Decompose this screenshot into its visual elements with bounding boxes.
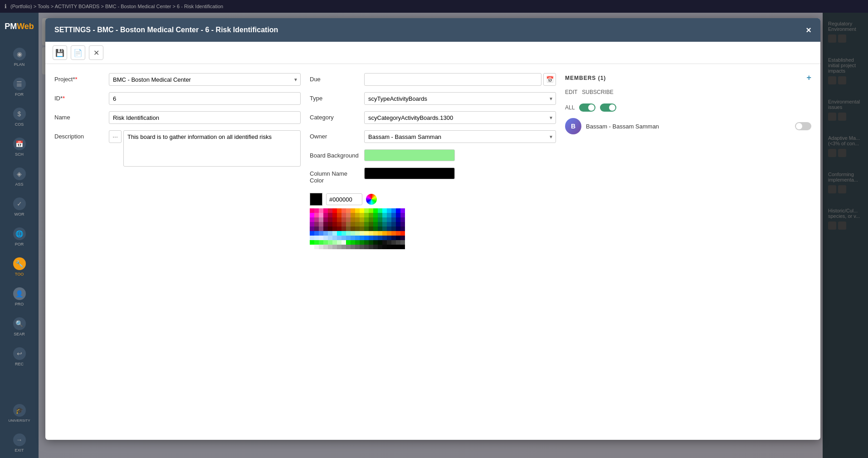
color-cell[interactable] [355,222,360,227]
color-cell[interactable] [351,227,355,231]
color-cell[interactable] [360,231,364,236]
color-cell[interactable] [332,231,337,236]
color-cell[interactable] [369,217,373,222]
color-cell[interactable] [378,217,382,222]
color-cell[interactable] [351,217,355,222]
owner-select[interactable]: Bassam - Bassam Samman [364,130,556,143]
color-cell[interactable] [396,213,400,217]
color-cell[interactable] [369,227,373,231]
color-cell[interactable] [369,231,373,236]
color-cell[interactable] [328,236,332,240]
color-cell[interactable] [328,245,332,249]
color-cell[interactable] [314,245,319,249]
color-cell[interactable] [341,208,346,213]
color-cell[interactable] [396,208,400,213]
color-cell[interactable] [400,240,405,245]
color-cell[interactable] [341,240,346,245]
color-cell[interactable] [337,222,341,227]
color-cell[interactable] [360,245,364,249]
color-cell[interactable] [378,222,382,227]
color-cell[interactable] [360,227,364,231]
color-cell[interactable] [328,222,332,227]
sidebar-item-forms[interactable]: ☰ FOR [0,72,39,102]
description-expand-button[interactable]: ··· [109,130,122,143]
color-cell[interactable] [360,217,364,222]
color-cell[interactable] [323,231,328,236]
color-cell[interactable] [391,213,396,217]
color-cell[interactable] [346,217,351,222]
color-cell[interactable] [319,236,323,240]
close-button[interactable]: × [806,25,811,34]
color-cell[interactable] [323,222,328,227]
color-cell[interactable] [396,217,400,222]
color-cell[interactable] [351,240,355,245]
color-cell[interactable] [400,208,405,213]
color-cell[interactable] [355,208,360,213]
sidebar-item-plan[interactable]: ◉ PLAN [0,42,39,72]
sidebar-item-work[interactable]: ✓ WOR [0,192,39,222]
color-cell[interactable] [378,245,382,249]
color-cell[interactable] [314,231,319,236]
project-select[interactable]: BMC - Boston Medical Center [109,73,301,86]
color-cell[interactable] [382,236,387,240]
color-cell[interactable] [373,213,378,217]
color-cell[interactable] [400,217,405,222]
color-cell[interactable] [314,240,319,245]
color-cell[interactable] [378,213,382,217]
color-cell[interactable] [310,222,314,227]
export-button[interactable]: 📄 [71,45,85,60]
color-cell[interactable] [328,231,332,236]
color-cell[interactable] [387,236,391,240]
color-cell[interactable] [355,231,360,236]
color-cell[interactable] [396,245,400,249]
color-cell[interactable] [396,231,400,236]
color-cell[interactable] [382,222,387,227]
color-cell[interactable] [364,208,369,213]
color-cell[interactable] [346,208,351,213]
color-cell[interactable] [323,240,328,245]
color-cell[interactable] [400,222,405,227]
color-cell[interactable] [337,217,341,222]
color-cell[interactable] [319,208,323,213]
color-cell[interactable] [364,213,369,217]
sidebar-item-tools[interactable]: 🔧 TOO [0,252,39,282]
color-cell[interactable] [337,208,341,213]
color-cell[interactable] [355,217,360,222]
column-name-color-preview[interactable] [364,167,455,179]
type-select[interactable]: scyTypeActivityBoards [364,92,556,105]
color-cell[interactable] [341,222,346,227]
color-cell[interactable] [346,213,351,217]
color-cell[interactable] [337,213,341,217]
color-wheel-icon[interactable] [366,194,377,205]
color-cell[interactable] [310,227,314,231]
color-cell[interactable] [332,227,337,231]
save-button[interactable]: 💾 [53,45,67,60]
color-cell[interactable] [328,213,332,217]
sidebar-item-cost[interactable]: $ COS [0,102,39,132]
color-cell[interactable] [378,227,382,231]
color-cell[interactable] [341,217,346,222]
color-cell[interactable] [351,213,355,217]
color-cell[interactable] [310,217,314,222]
color-cell[interactable] [351,208,355,213]
color-cell[interactable] [310,208,314,213]
color-cell[interactable] [351,236,355,240]
color-cell[interactable] [373,208,378,213]
color-cell[interactable] [387,213,391,217]
color-cell[interactable] [382,231,387,236]
all-edit-toggle[interactable] [579,103,595,112]
color-cell[interactable] [355,240,360,245]
color-cell[interactable] [323,227,328,231]
color-cell[interactable] [332,240,337,245]
color-cell[interactable] [364,236,369,240]
color-cell[interactable] [373,236,378,240]
color-cell[interactable] [328,227,332,231]
color-cell[interactable] [314,236,319,240]
color-cell[interactable] [332,208,337,213]
color-cell[interactable] [378,236,382,240]
color-cell[interactable] [369,213,373,217]
color-cell[interactable] [346,240,351,245]
color-cell[interactable] [391,222,396,227]
color-cell[interactable] [314,222,319,227]
color-cell[interactable] [373,227,378,231]
